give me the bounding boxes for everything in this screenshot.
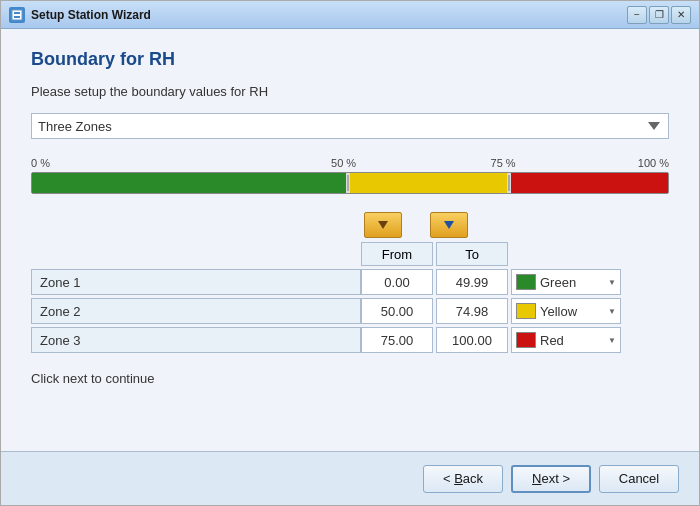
divider-2[interactable] xyxy=(507,173,511,193)
window-title: Setup Station Wizard xyxy=(31,8,627,22)
bottom-bar: < Back Next > Cancel xyxy=(1,451,699,505)
svg-marker-4 xyxy=(444,221,454,229)
divider-1[interactable] xyxy=(346,173,350,193)
next-button[interactable]: Next > xyxy=(511,465,591,493)
zone-3-from[interactable]: 75.00 xyxy=(361,327,433,353)
main-window: Setup Station Wizard − ❐ ✕ Boundary for … xyxy=(0,0,700,506)
cancel-button[interactable]: Cancel xyxy=(599,465,679,493)
page-subtitle: Please setup the boundary values for RH xyxy=(31,84,669,99)
cancel-button-label: Cancel xyxy=(619,471,659,486)
to-header: To xyxy=(436,242,508,266)
gradient-bar-section: 0 % 50 % 75 % 100 % xyxy=(31,157,669,194)
zone-1-from[interactable]: 0.00 xyxy=(361,269,433,295)
zone-2-to[interactable]: 74.98 xyxy=(436,298,508,324)
svg-rect-2 xyxy=(14,16,20,18)
zone-3-color-select[interactable]: Red ▼ xyxy=(511,327,621,353)
next-button-label: Next > xyxy=(532,471,570,486)
close-button[interactable]: ✕ xyxy=(671,6,691,24)
svg-rect-0 xyxy=(12,10,22,20)
back-button[interactable]: < Back xyxy=(423,465,503,493)
zone-3-label: Zone 3 xyxy=(31,327,361,353)
zone-1-dropdown-arrow: ▼ xyxy=(608,278,616,287)
table-row: Zone 3 75.00 100.00 Red ▼ xyxy=(31,327,669,353)
zone-2-color-label: Yellow xyxy=(540,304,604,319)
wizard-icon xyxy=(9,7,25,23)
percent-labels: 0 % 50 % 75 % 100 % xyxy=(31,157,669,169)
zone-3-color-swatch xyxy=(516,332,536,348)
label-50pct: 50 % xyxy=(331,157,356,169)
arrow-buttons-row xyxy=(361,212,669,238)
zone-2-label: Zone 2 xyxy=(31,298,361,324)
table-row: Zone 1 0.00 49.99 Green ▼ xyxy=(31,269,669,295)
back-button-label: < Back xyxy=(443,471,483,486)
from-arrow-button[interactable] xyxy=(364,212,402,238)
content-area: Boundary for RH Please setup the boundar… xyxy=(1,29,699,451)
zone-1-to[interactable]: 49.99 xyxy=(436,269,508,295)
zone-count-select[interactable]: Three Zones One Zone Two Zones Four Zone… xyxy=(31,113,669,139)
zone-3-color-label: Red xyxy=(540,333,604,348)
label-75pct: 75 % xyxy=(491,157,516,169)
footer-message: Click next to continue xyxy=(31,371,669,386)
title-bar: Setup Station Wizard − ❐ ✕ xyxy=(1,1,699,29)
zone-3-dropdown-arrow: ▼ xyxy=(608,336,616,345)
zone-2-from[interactable]: 50.00 xyxy=(361,298,433,324)
bar-red[interactable] xyxy=(511,173,668,193)
page-title: Boundary for RH xyxy=(31,49,669,70)
table-header-row: From To xyxy=(31,242,669,266)
bar-green[interactable] xyxy=(32,173,346,193)
zone-2-dropdown-arrow: ▼ xyxy=(608,307,616,316)
zone-2-color-swatch xyxy=(516,303,536,319)
zone-2-color-select[interactable]: Yellow ▼ xyxy=(511,298,621,324)
zone-count-row: Three Zones One Zone Two Zones Four Zone… xyxy=(31,113,669,139)
gradient-bar xyxy=(31,172,669,194)
bar-yellow[interactable] xyxy=(350,173,507,193)
window-controls: − ❐ ✕ xyxy=(627,6,691,24)
to-arrow-button[interactable] xyxy=(430,212,468,238)
table-row: Zone 2 50.00 74.98 Yellow ▼ xyxy=(31,298,669,324)
zone-1-color-swatch xyxy=(516,274,536,290)
zone-1-color-select[interactable]: Green ▼ xyxy=(511,269,621,295)
svg-rect-1 xyxy=(14,12,20,14)
label-0pct: 0 % xyxy=(31,157,50,169)
label-100pct: 100 % xyxy=(638,157,669,169)
zone-3-to[interactable]: 100.00 xyxy=(436,327,508,353)
from-header: From xyxy=(361,242,433,266)
minimize-button[interactable]: − xyxy=(627,6,647,24)
zone-1-color-label: Green xyxy=(540,275,604,290)
restore-button[interactable]: ❐ xyxy=(649,6,669,24)
svg-marker-3 xyxy=(378,221,388,229)
zone-1-label: Zone 1 xyxy=(31,269,361,295)
zones-table: From To Zone 1 0.00 49.99 Green ▼ xyxy=(31,212,669,353)
